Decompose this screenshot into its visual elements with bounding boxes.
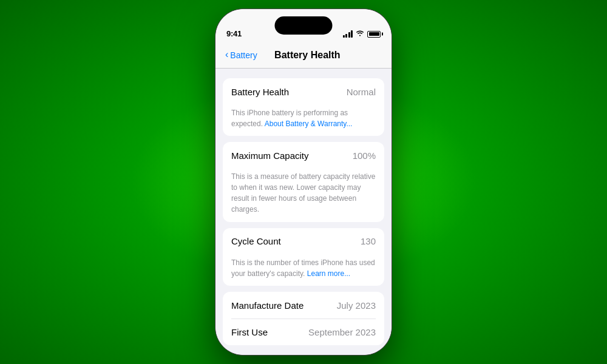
cycle-count-label: Cycle Count (231, 236, 281, 246)
manufacture-date-value: July 2023 (337, 300, 376, 311)
dynamic-island (275, 16, 333, 35)
maximum-capacity-footer: This is a measure of battery capacity re… (223, 169, 384, 221)
back-chevron-icon: ‹ (225, 49, 228, 60)
maximum-capacity-value: 100% (353, 150, 376, 161)
scroll-content[interactable]: Battery Health Normal This iPhone batter… (215, 69, 392, 355)
dates-card: Manufacture Date July 2023 First Use Sep… (223, 292, 384, 345)
manufacture-date-label: Manufacture Date (231, 300, 304, 311)
wifi-icon (356, 30, 364, 38)
maximum-capacity-card: Maximum Capacity 100% This is a measure … (223, 142, 384, 221)
first-use-value: September 2023 (308, 327, 376, 337)
battery-fill (369, 32, 379, 36)
battery-health-label: Battery Health (231, 87, 289, 97)
status-icons (343, 30, 381, 38)
manufacture-date-row: Manufacture Date July 2023 (223, 292, 384, 318)
cycle-count-card: Cycle Count 130 This is the number of ti… (223, 228, 384, 286)
signal-bars-icon (343, 30, 353, 38)
cycle-count-row: Cycle Count 130 (223, 228, 384, 255)
maximum-capacity-label: Maximum Capacity (231, 150, 309, 161)
status-time: 9:41 (226, 29, 242, 38)
maximum-capacity-row: Maximum Capacity 100% (223, 142, 384, 169)
cycle-count-learn-more-link[interactable]: Learn more... (307, 269, 350, 278)
phone-screen: 9:41 (215, 9, 392, 355)
cycle-count-value: 130 (361, 236, 376, 246)
cycle-count-footer: This is the number of times iPhone has u… (223, 255, 384, 286)
battery-health-row: Battery Health Normal (223, 78, 384, 105)
first-use-label: First Use (231, 327, 268, 337)
battery-warranty-link[interactable]: About Battery & Warranty... (265, 120, 353, 128)
phone-body: 9:41 (215, 9, 392, 355)
phone-wrapper: 9:41 (212, 6, 395, 358)
battery-status-icon (367, 31, 381, 38)
nav-title: Battery Health (233, 50, 382, 61)
first-use-row: First Use September 2023 (223, 319, 384, 345)
navigation-bar: ‹ Battery Battery Health (215, 42, 392, 69)
battery-health-card: Battery Health Normal This iPhone batter… (223, 78, 384, 136)
battery-health-footer: This iPhone battery is performing as exp… (223, 105, 384, 136)
battery-health-value: Normal (347, 87, 376, 97)
